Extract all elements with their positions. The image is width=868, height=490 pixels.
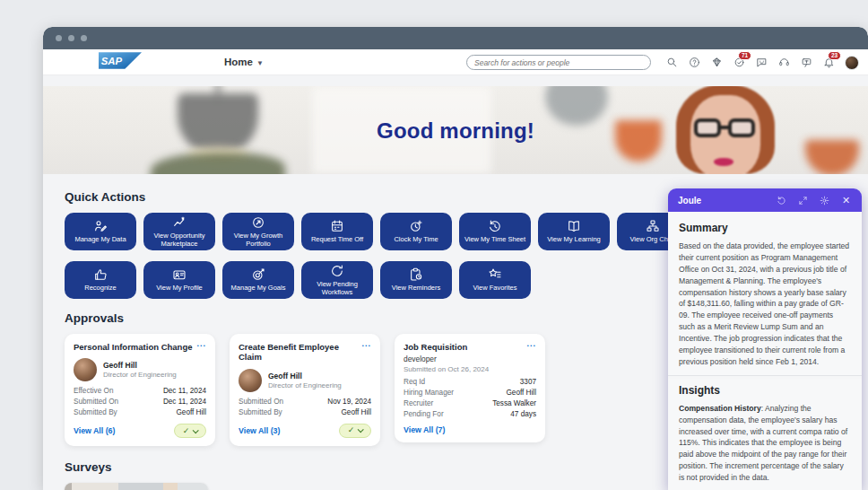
notifications-badge: 23	[828, 51, 841, 60]
tile-view-reminders[interactable]: View Reminders	[380, 261, 452, 299]
global-search[interactable]	[466, 55, 651, 70]
chart-star-icon	[172, 215, 187, 230]
card-title: Job Requisition	[404, 342, 467, 352]
approve-button[interactable]: ✓	[174, 424, 206, 438]
close-icon[interactable]: ✕	[840, 195, 852, 206]
approve-button[interactable]: ✓	[339, 424, 371, 438]
overflow-menu-icon[interactable]: ...	[196, 342, 206, 346]
view-all-link[interactable]: View All (6)	[74, 426, 115, 435]
hero-decoration	[151, 153, 285, 174]
page: SAP Home ▼	[0, 0, 868, 490]
card-title: Personal Information Change	[74, 342, 193, 352]
view-all-link[interactable]: View All (3)	[239, 426, 280, 435]
chat-translate-icon[interactable]	[800, 57, 812, 69]
feedback-icon[interactable]	[755, 57, 768, 69]
clipboard-clock-icon	[409, 267, 423, 282]
joule-panel: Joule ✕ Summary Based on the data provid…	[668, 188, 862, 490]
svg-text:SAP: SAP	[101, 56, 123, 66]
search-input[interactable]	[474, 58, 643, 67]
insight-compensation-history: Compensation History: Analyzing the comp…	[679, 403, 851, 484]
top-navigation-bar: SAP Home ▼	[43, 49, 868, 75]
org-chart-icon	[646, 219, 660, 233]
person-role: Director of Engineering	[103, 371, 177, 379]
joule-header: Joule ✕	[668, 188, 862, 212]
chevron-down-icon	[193, 427, 199, 433]
section-divider	[668, 375, 862, 376]
person-row: Geoff Hill Director of Engineering	[239, 369, 371, 392]
tile-view-pending-workflows[interactable]: View Pending Workflows	[301, 261, 373, 299]
check-icon: ✓	[348, 426, 355, 434]
notifications-bell-icon[interactable]: 23	[822, 57, 835, 69]
tile-manage-my-goals[interactable]: Manage My Goals	[222, 261, 294, 299]
goal-target-icon	[251, 267, 265, 282]
person-edit-icon	[93, 219, 108, 233]
expand-icon[interactable]	[797, 195, 809, 206]
person-role: Director of Engineering	[268, 381, 342, 389]
tile-manage-my-data[interactable]: Manage My Data	[65, 213, 136, 250]
tile-view-favorites[interactable]: View Favorites	[459, 261, 531, 299]
overflow-menu-icon[interactable]: ...	[361, 342, 371, 346]
time-history-icon	[488, 219, 502, 233]
search-icon[interactable]	[665, 57, 678, 69]
field-row: Submitted By Geoff Hill	[74, 408, 206, 416]
hero-decoration	[805, 140, 859, 174]
calendar-icon	[330, 219, 344, 233]
chevron-down-icon	[358, 427, 364, 433]
favorites-star-icon	[488, 267, 502, 282]
approval-card-personal-information-change[interactable]: Personal Information Change ... Geoff Hi…	[65, 334, 215, 446]
tile-request-time-off[interactable]: Request Time Off	[301, 213, 373, 250]
tile-view-opportunity-marketplace[interactable]: View Opportunity Marketplace	[143, 213, 215, 250]
field-row: Submitted On Nov 19, 2024	[239, 398, 371, 406]
field-row: Req Id 3307	[404, 378, 536, 386]
field-row: Effective On Dec 11, 2024	[74, 387, 206, 395]
tile-view-my-time-sheet[interactable]: View My Time Sheet	[459, 213, 531, 250]
growth-circle-icon	[251, 215, 265, 230]
help-icon[interactable]	[688, 57, 700, 69]
window-control-dot[interactable]	[81, 35, 87, 41]
history-icon[interactable]	[776, 195, 787, 206]
joule-body: Summary Based on the data provided, the …	[668, 212, 862, 490]
approval-card-job-requisition[interactable]: Job Requisition ... developer Submitted …	[395, 334, 545, 442]
field-row: Submitted By Geoff Hill	[239, 408, 371, 416]
requisition-subtitle: developer	[404, 354, 536, 363]
person-avatar	[74, 358, 97, 381]
submitted-note: Submitted on Oct 26, 2024	[404, 365, 536, 373]
tile-view-my-growth-portfolio[interactable]: View My Growth Portfolio	[222, 213, 294, 250]
user-avatar[interactable]	[845, 56, 859, 70]
whats-new-gem-icon[interactable]	[710, 57, 723, 69]
workflow-refresh-icon	[330, 264, 344, 278]
clock-plus-icon	[409, 219, 423, 233]
field-row: Hiring Manager Geoff Hill	[404, 389, 536, 397]
greeting-title: Good morning!	[43, 118, 868, 144]
summary-text: Based on the data provided, the employee…	[679, 241, 851, 368]
tile-view-my-profile[interactable]: View My Profile	[143, 261, 215, 299]
support-headset-icon[interactable]	[777, 57, 790, 69]
todo-badge: 71	[738, 51, 751, 60]
sap-logo: SAP	[99, 52, 142, 73]
id-card-icon	[172, 267, 187, 282]
person-name: Geoff Hill	[103, 361, 177, 370]
hero-banner: Good morning!	[43, 86, 868, 174]
tile-recognize[interactable]: Recognize	[65, 261, 136, 299]
survey-card[interactable]	[65, 483, 208, 490]
tile-clock-my-time[interactable]: Clock My Time	[380, 213, 452, 250]
tile-view-my-learning[interactable]: View My Learning	[538, 213, 610, 250]
person-row: Geoff Hill Director of Engineering	[74, 358, 206, 381]
person-name: Geoff Hill	[268, 372, 342, 381]
home-menu[interactable]: Home ▼	[224, 57, 264, 67]
thumbs-up-icon	[93, 267, 108, 282]
approval-card-create-benefit-employee-claim[interactable]: Create Benefit Employee Claim ... Geoff …	[230, 334, 380, 446]
overflow-menu-icon[interactable]: ...	[526, 342, 536, 346]
gear-icon[interactable]	[819, 195, 830, 206]
window-control-dot[interactable]	[68, 35, 74, 41]
field-row: Pending For 47 days	[404, 410, 536, 418]
view-all-link[interactable]: View All (7)	[404, 425, 445, 434]
open-book-icon	[567, 219, 581, 233]
summary-title: Summary	[679, 222, 851, 234]
topbar-icons: 71 23	[665, 49, 859, 75]
person-avatar	[239, 369, 262, 392]
field-row: Submitted On Dec 11, 2024	[74, 398, 206, 406]
check-icon: ✓	[183, 427, 190, 435]
window-control-dot[interactable]	[56, 35, 62, 41]
todo-icon[interactable]: 71	[733, 57, 745, 69]
